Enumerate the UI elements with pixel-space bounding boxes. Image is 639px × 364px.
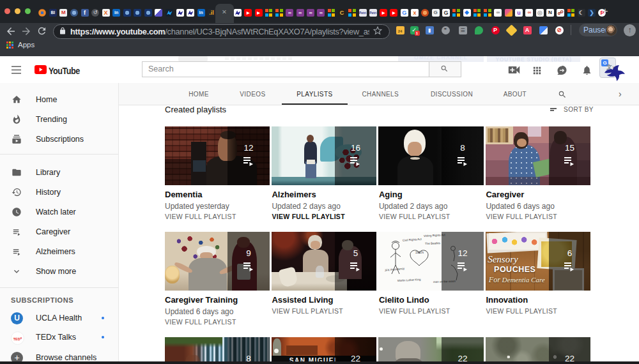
svg-text:Martin Luther King: Martin Luther King bbox=[397, 278, 421, 282]
svg-text:JFK Presidency: JFK Presidency bbox=[385, 267, 406, 272]
svg-text:The Beatles: The Beatles bbox=[425, 241, 441, 245]
svg-text:Civil Rights Act: Civil Rights Act bbox=[403, 238, 422, 242]
svg-text:1960's: 1960's bbox=[415, 251, 424, 254]
